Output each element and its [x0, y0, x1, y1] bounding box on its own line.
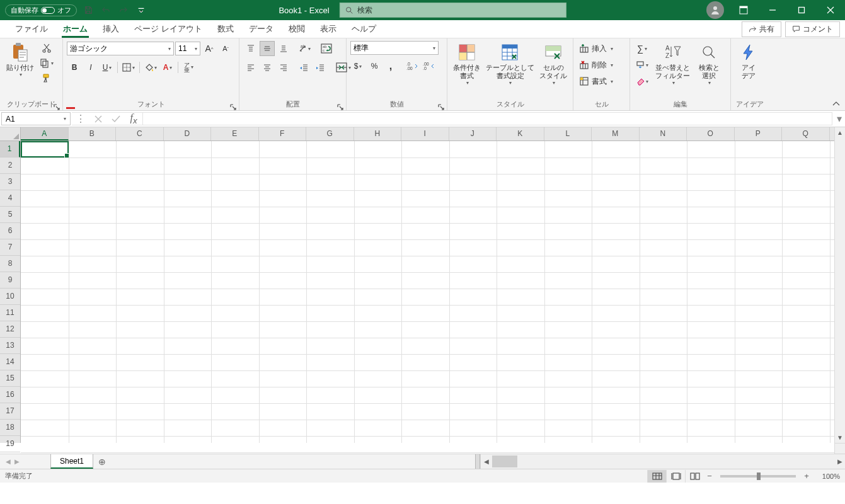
column-header[interactable]: A — [21, 127, 69, 140]
autosum-button[interactable]: ∑▾ — [634, 41, 650, 56]
column-header[interactable]: I — [401, 127, 449, 140]
cells-area[interactable] — [21, 141, 834, 443]
italic-button[interactable]: I — [83, 60, 98, 75]
column-header[interactable]: E — [211, 127, 259, 140]
row-header[interactable]: 17 — [0, 403, 20, 420]
tab-file[interactable]: ファイル — [8, 20, 55, 38]
row-header[interactable]: 11 — [0, 305, 20, 321]
row-header[interactable]: 8 — [0, 256, 20, 272]
column-header[interactable]: K — [497, 127, 544, 140]
accounting-format-button[interactable]: $▾ — [350, 59, 365, 74]
column-header[interactable]: G — [306, 127, 354, 140]
row-header[interactable]: 6 — [0, 223, 20, 239]
comments-button[interactable]: コメント — [785, 21, 840, 37]
font-name-combo[interactable]: 游ゴシック▾ — [67, 42, 174, 55]
zoom-in-button[interactable]: + — [801, 471, 812, 481]
row-header[interactable]: 4 — [0, 190, 20, 207]
tab-split-handle[interactable]: ⋮ — [475, 454, 480, 469]
row-header[interactable]: 13 — [0, 338, 20, 354]
cut-button[interactable] — [39, 41, 54, 55]
normal-view-button[interactable] — [647, 470, 666, 483]
column-header[interactable]: D — [164, 127, 212, 140]
share-button[interactable]: 共有 — [742, 21, 781, 37]
tab-data[interactable]: データ — [241, 20, 281, 38]
row-header[interactable]: 10 — [0, 289, 20, 305]
alignment-dialog-launcher[interactable] — [337, 101, 345, 109]
redo-button[interactable] — [117, 4, 130, 16]
decrease-font-button[interactable]: Aˇ — [218, 41, 233, 56]
row-header[interactable]: 1 — [0, 141, 20, 158]
column-header[interactable]: H — [354, 127, 402, 140]
zoom-slider[interactable] — [720, 475, 796, 478]
align-top-button[interactable] — [243, 41, 258, 56]
row-header[interactable]: 15 — [0, 370, 20, 387]
font-size-combo[interactable]: 11▾ — [175, 42, 200, 55]
wrap-text-button[interactable]: abc — [319, 41, 334, 56]
maximize-button[interactable] — [787, 0, 816, 20]
comma-button[interactable]: , — [383, 59, 398, 74]
page-break-view-button[interactable] — [685, 470, 704, 483]
vertical-scrollbar[interactable]: ▲ ▼ — [834, 127, 845, 443]
row-header[interactable]: 5 — [0, 207, 20, 223]
qat-customize[interactable] — [135, 4, 147, 16]
scroll-down-button[interactable]: ▼ — [835, 432, 845, 443]
hscroll-thumb[interactable] — [492, 455, 517, 467]
active-cell[interactable] — [21, 141, 69, 158]
row-header[interactable]: 14 — [0, 354, 20, 370]
ribbon-display-options[interactable] — [729, 0, 758, 20]
tab-insert[interactable]: 挿入 — [95, 20, 127, 38]
scroll-up-button[interactable]: ▲ — [835, 127, 845, 138]
align-bottom-button[interactable] — [276, 41, 291, 56]
scroll-left-button[interactable]: ◀ — [481, 454, 491, 469]
fill-color-button[interactable]: ▾ — [142, 60, 159, 75]
number-format-combo[interactable]: 標準▾ — [350, 41, 439, 55]
ideas-button[interactable]: アイ デア — [735, 41, 762, 81]
column-header[interactable]: Q — [782, 127, 830, 140]
tab-view[interactable]: 表示 — [313, 20, 344, 38]
insert-cells-button[interactable]: 挿入▾ — [577, 41, 615, 56]
undo-button[interactable] — [100, 4, 112, 16]
sheet-prev-button[interactable]: ◀ — [6, 458, 11, 465]
font-color-button[interactable]: A▾ — [160, 60, 175, 75]
row-header[interactable]: 19 — [0, 436, 20, 452]
font-dialog-launcher[interactable] — [230, 101, 238, 109]
row-header[interactable]: 16 — [0, 387, 20, 403]
format-as-table-button[interactable]: テーブルとして 書式設定▾ — [485, 41, 535, 88]
format-painter-button[interactable] — [39, 71, 54, 85]
align-center-button[interactable] — [260, 60, 275, 75]
select-all-corner[interactable] — [0, 127, 21, 141]
clear-button[interactable]: ▾ — [634, 74, 650, 89]
column-header[interactable]: N — [640, 127, 687, 140]
sheet-tab-active[interactable]: Sheet1 — [50, 454, 93, 469]
search-box[interactable]: 検索 — [340, 3, 566, 18]
tab-review[interactable]: 校閲 — [281, 20, 313, 38]
close-button[interactable] — [816, 0, 845, 20]
zoom-thumb[interactable] — [757, 472, 761, 480]
column-header[interactable]: O — [687, 127, 735, 140]
zoom-level[interactable]: 100% — [812, 472, 840, 480]
decrease-indent-button[interactable] — [296, 60, 311, 75]
save-button[interactable] — [82, 4, 95, 16]
align-right-button[interactable] — [276, 60, 291, 75]
column-header[interactable]: C — [116, 127, 164, 140]
formula-input[interactable] — [143, 112, 832, 125]
increase-decimal-button[interactable]: .0.00 — [405, 59, 420, 74]
zoom-out-button[interactable]: − — [704, 471, 715, 481]
fbar-options[interactable]: ⋮ — [72, 113, 89, 125]
row-header[interactable]: 7 — [0, 239, 20, 256]
tab-formulas[interactable]: 数式 — [210, 20, 241, 38]
row-header[interactable]: 3 — [0, 174, 20, 190]
column-header[interactable]: F — [259, 127, 307, 140]
row-header[interactable]: 18 — [0, 420, 20, 436]
decrease-decimal-button[interactable]: .00.0 — [421, 59, 436, 74]
clipboard-dialog-launcher[interactable] — [54, 101, 61, 109]
enter-formula-button[interactable] — [107, 115, 125, 123]
column-header[interactable]: B — [69, 127, 117, 140]
expand-formula-bar[interactable]: ▾ — [834, 111, 845, 127]
scroll-right-button[interactable]: ▶ — [834, 454, 845, 469]
underline-button[interactable]: U▾ — [100, 60, 115, 75]
autosave-toggle[interactable]: 自動保存 オフ — [5, 4, 77, 16]
name-box[interactable]: A1 ▾ — [1, 112, 71, 125]
tab-page-layout[interactable]: ページ レイアウト — [127, 20, 210, 38]
row-header[interactable]: 9 — [0, 272, 20, 289]
